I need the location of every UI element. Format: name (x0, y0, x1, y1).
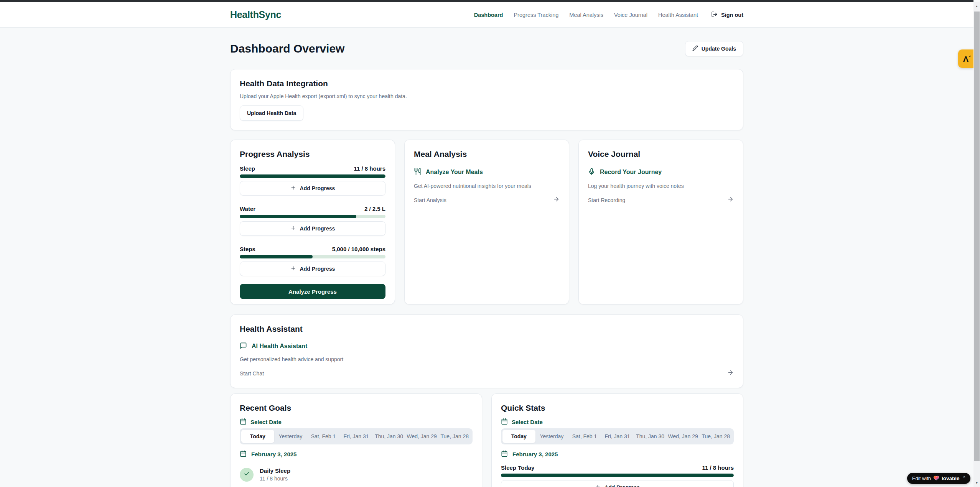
vertical-scrollbar[interactable]: ▲ ▼ (973, 2, 980, 487)
sleep-label: Sleep (240, 165, 255, 172)
sleep-add-progress-button[interactable]: Add Progress (240, 181, 385, 196)
brand-logo[interactable]: HealthSync (230, 9, 281, 20)
microphone-icon (588, 168, 595, 177)
goals-tab-tue-jan-28[interactable]: Tue, Jan 28 (438, 430, 471, 443)
assistant-card-title: Health Assistant (240, 324, 734, 334)
goals-tab-yesterday[interactable]: Yesterday (274, 430, 307, 443)
arrow-right-icon (727, 369, 734, 377)
arrow-right-icon (727, 196, 734, 204)
scrollbar-up-arrow[interactable]: ▲ (973, 3, 980, 10)
check-icon (244, 471, 250, 479)
calendar-icon (501, 418, 508, 426)
progress-card-title: Progress Analysis (240, 149, 385, 159)
stats-select-date-button[interactable]: Select Date (501, 418, 734, 426)
steps-add-progress-button[interactable]: Add Progress (240, 262, 385, 276)
meal-card-title: Meal Analysis (414, 149, 560, 159)
voice-journal-card: Voice Journal Record Your Journey Log yo… (578, 140, 743, 304)
sign-out-button[interactable]: Sign out (711, 11, 743, 19)
goals-tab-thu-jan-30[interactable]: Thu, Jan 30 (372, 430, 405, 443)
sleep-metric: Sleep 11 / 8 hours Add Progress (240, 165, 385, 196)
quick-stats-card: Quick Stats Select Date Today Yesterday … (491, 393, 743, 487)
recent-goals-title: Recent Goals (240, 403, 473, 413)
stats-tab-wed-jan-29[interactable]: Wed, Jan 29 (667, 430, 700, 443)
stats-tab-fri-jan-31[interactable]: Fri, Jan 31 (601, 430, 634, 443)
upload-health-data-button[interactable]: Upload Health Data (240, 105, 303, 121)
meal-analysis-card: Meal Analysis Analyze Your Meals Get AI-… (404, 140, 569, 304)
update-goals-button[interactable]: Update Goals (685, 41, 743, 56)
steps-metric: Steps 5,000 / 10,000 steps Add Progress (240, 245, 385, 276)
scrollbar-thumb[interactable] (974, 12, 980, 461)
meal-card-description: Get AI-powered nutritional insights for … (414, 182, 560, 190)
stats-tab-thu-jan-30[interactable]: Thu, Jan 30 (634, 430, 667, 443)
assistant-card-description: Get personalized health advice and suppo… (240, 355, 734, 363)
plus-icon (290, 185, 296, 192)
stats-tab-today[interactable]: Today (502, 430, 535, 443)
start-recording-row[interactable]: Start Recording (588, 196, 734, 204)
arrow-right-icon (553, 196, 560, 204)
steps-progressbar (240, 255, 385, 258)
nav-voice-journal[interactable]: Voice Journal (614, 12, 647, 18)
water-metric: Water 2 / 2.5 L Add Progress (240, 205, 385, 236)
sign-out-label: Sign out (721, 12, 743, 18)
analyze-your-meals-link[interactable]: Analyze Your Meals (414, 168, 560, 177)
nav-health-assistant[interactable]: Health Assistant (658, 12, 698, 18)
close-icon[interactable]: × (963, 474, 965, 479)
record-your-journey-link[interactable]: Record Your Journey (588, 168, 734, 177)
page-title: Dashboard Overview (230, 42, 344, 55)
edit-with-lovable-badge[interactable]: Edit with lovable × (907, 473, 970, 484)
goals-tab-sat-feb-1[interactable]: Sat, Feb 1 (307, 430, 340, 443)
stats-tab-yesterday[interactable]: Yesterday (535, 430, 568, 443)
stats-add-progress-button[interactable]: Add Progress (501, 480, 734, 487)
goal-list-item: Daily Sleep 11 / 8 hours (240, 467, 473, 482)
water-value: 2 / 2.5 L (364, 206, 385, 212)
utensils-icon (414, 168, 421, 177)
nav-dashboard[interactable]: Dashboard (474, 12, 503, 18)
goal-status-badge (240, 468, 254, 482)
recent-goals-card: Recent Goals Select Date Today Yesterday… (230, 393, 482, 487)
start-analysis-row[interactable]: Start Analysis (414, 196, 560, 204)
water-add-progress-button[interactable]: Add Progress (240, 221, 385, 236)
stats-tab-tue-jan-28[interactable]: Tue, Jan 28 (699, 430, 732, 443)
integration-card-title: Health Data Integration (240, 79, 734, 89)
scrollbar-down-arrow[interactable]: ▼ (973, 480, 980, 486)
steps-value: 5,000 / 10,000 steps (332, 246, 385, 252)
heart-icon (933, 475, 939, 482)
lovable-logo-icon: Λ (963, 55, 968, 63)
main-nav: Dashboard Progress Tracking Meal Analysi… (474, 11, 743, 19)
goals-select-date-button[interactable]: Select Date (240, 418, 473, 426)
analyze-progress-button[interactable]: Analyze Progress (240, 284, 385, 299)
water-label: Water (240, 206, 255, 212)
goals-tab-fri-jan-31[interactable]: Fri, Jan 31 (340, 430, 373, 443)
health-assistant-card: Health Assistant AI Health Assistant Get… (230, 314, 743, 388)
sleep-progressbar (240, 174, 385, 178)
goals-selected-date: February 3, 2025 (240, 450, 473, 458)
pencil-icon (692, 45, 698, 52)
goal-value: 11 / 8 hours (260, 475, 290, 482)
steps-label: Steps (240, 246, 255, 252)
calendar-icon (240, 450, 247, 458)
logout-icon (711, 11, 718, 19)
plus-icon (290, 265, 296, 272)
sleep-today-progressbar (501, 474, 734, 477)
plus-icon (595, 484, 601, 487)
voice-card-title: Voice Journal (588, 149, 734, 159)
goals-tab-today[interactable]: Today (241, 430, 274, 443)
sleep-today-metric: Sleep Today 11 / 8 hours Add Progress (501, 464, 734, 487)
chat-bubble-icon (240, 342, 247, 351)
calendar-icon (240, 418, 247, 426)
nav-progress-tracking[interactable]: Progress Tracking (514, 12, 558, 18)
voice-card-description: Log your health journey with voice notes (588, 182, 734, 190)
stats-date-tabs: Today Yesterday Sat, Feb 1 Fri, Jan 31 T… (501, 428, 734, 444)
stats-selected-date: February 3, 2025 (501, 450, 734, 458)
lovable-widget-button[interactable]: Λ (958, 49, 973, 68)
integration-card-description: Upload your Apple Health export (export.… (240, 92, 734, 100)
sleep-today-value: 11 / 8 hours (702, 464, 734, 471)
nav-meal-analysis[interactable]: Meal Analysis (569, 12, 603, 18)
goals-date-tabs: Today Yesterday Sat, Feb 1 Fri, Jan 31 T… (240, 428, 473, 444)
stats-tab-sat-feb-1[interactable]: Sat, Feb 1 (568, 430, 601, 443)
ai-health-assistant-link[interactable]: AI Health Assistant (240, 342, 734, 351)
goals-tab-wed-jan-29[interactable]: Wed, Jan 29 (405, 430, 438, 443)
health-data-integration-card: Health Data Integration Upload your Appl… (230, 69, 743, 130)
app-header: HealthSync Dashboard Progress Tracking M… (0, 2, 973, 28)
start-chat-row[interactable]: Start Chat (240, 369, 734, 377)
